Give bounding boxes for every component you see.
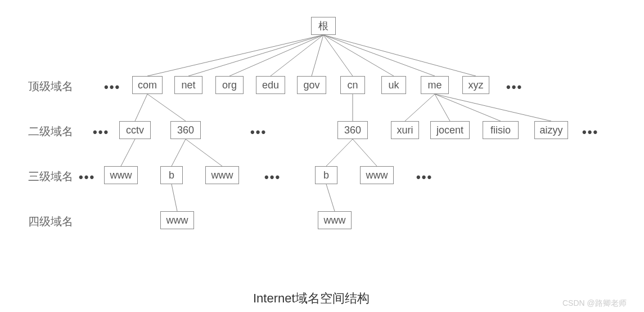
node-xuri: xuri	[391, 121, 419, 139]
node-cn-b-www: www	[318, 211, 352, 229]
node-fiisio: fiisio	[483, 121, 519, 139]
node-aizyy-text: aizyy	[540, 124, 563, 136]
node-gov: gov	[297, 76, 326, 94]
node-fiisio-text: fiisio	[490, 124, 511, 136]
diagram-caption: Internet域名空间结构	[253, 290, 370, 307]
node-org-text: org	[222, 79, 237, 91]
node-cctv-www-text: www	[110, 170, 132, 181]
node-com-360-text: 360	[177, 124, 194, 136]
svg-line-18	[186, 139, 222, 166]
node-cn-www: www	[360, 166, 394, 184]
diagram-canvas: 根 顶级域名 二级域名 三级域名 四级域名 com net org edu go…	[0, 0, 644, 312]
node-xuri-text: xuri	[397, 124, 413, 136]
node-cn-b: b	[315, 166, 337, 184]
ellipsis-icon: •••	[506, 80, 523, 95]
node-me: me	[421, 76, 449, 94]
svg-line-17	[172, 139, 186, 166]
node-xyz: xyz	[462, 76, 489, 94]
ellipsis-icon: •••	[264, 170, 281, 185]
label-level-3: 三级域名	[28, 169, 73, 184]
svg-line-14	[435, 94, 501, 121]
node-com-text: com	[138, 79, 157, 91]
svg-line-21	[172, 184, 177, 211]
ellipsis-icon: •••	[416, 170, 433, 185]
node-root-text: 根	[318, 19, 328, 33]
ellipsis-icon: •••	[104, 80, 120, 95]
svg-line-15	[435, 94, 551, 121]
ellipsis-icon: •••	[93, 125, 109, 140]
svg-line-16	[121, 139, 135, 166]
ellipsis-icon: •••	[582, 125, 598, 140]
svg-line-19	[326, 139, 353, 166]
node-net: net	[174, 76, 202, 94]
node-cn-360-text: 360	[344, 124, 361, 136]
node-edu-text: edu	[262, 79, 279, 91]
node-com-b-text: b	[169, 170, 174, 181]
node-cn: cn	[340, 76, 365, 94]
svg-line-7	[323, 35, 435, 76]
node-me-text: me	[427, 79, 442, 91]
node-com: com	[132, 76, 163, 94]
svg-line-20	[353, 139, 377, 166]
node-jocent-text: jocent	[436, 124, 463, 136]
svg-line-8	[323, 35, 476, 76]
svg-line-9	[135, 94, 147, 121]
node-xyz-text: xyz	[469, 79, 484, 91]
label-level-1: 顶级域名	[28, 79, 73, 94]
ellipsis-icon: •••	[79, 170, 95, 185]
ellipsis-icon: •••	[250, 125, 267, 140]
svg-line-5	[323, 35, 353, 76]
node-org: org	[215, 76, 244, 94]
svg-line-4	[312, 35, 323, 76]
node-jocent: jocent	[430, 121, 470, 139]
node-com-b-www: www	[160, 211, 194, 229]
node-root: 根	[311, 17, 336, 35]
svg-line-12	[405, 94, 435, 121]
tree-edges	[0, 0, 644, 312]
node-com-www-text: www	[211, 170, 233, 181]
node-cn-360: 360	[337, 121, 368, 139]
node-aizyy: aizyy	[534, 121, 568, 139]
node-com-b: b	[160, 166, 183, 184]
node-cctv-www: www	[104, 166, 138, 184]
svg-line-10	[147, 94, 186, 121]
node-com-www: www	[205, 166, 239, 184]
node-cctv-text: cctv	[126, 124, 144, 136]
node-cctv: cctv	[119, 121, 151, 139]
node-gov-text: gov	[303, 79, 319, 91]
node-uk-text: uk	[388, 79, 399, 91]
node-edu: edu	[256, 76, 285, 94]
label-level-2: 二级域名	[28, 124, 73, 139]
watermark-text: CSDN @路卿老师	[562, 298, 627, 309]
node-com-360: 360	[170, 121, 201, 139]
svg-line-1	[188, 35, 323, 76]
node-cn-text: cn	[347, 79, 358, 91]
svg-line-22	[326, 184, 335, 211]
svg-line-13	[435, 94, 450, 121]
node-cn-b-www-text: www	[324, 215, 346, 226]
node-uk: uk	[381, 76, 406, 94]
node-com-b-www-text: www	[166, 215, 188, 226]
label-level-4: 四级域名	[28, 214, 73, 229]
node-cn-b-text: b	[323, 170, 329, 181]
node-cn-www-text: www	[366, 170, 388, 181]
svg-line-6	[323, 35, 394, 76]
svg-line-2	[229, 35, 323, 76]
node-net-text: net	[181, 79, 195, 91]
